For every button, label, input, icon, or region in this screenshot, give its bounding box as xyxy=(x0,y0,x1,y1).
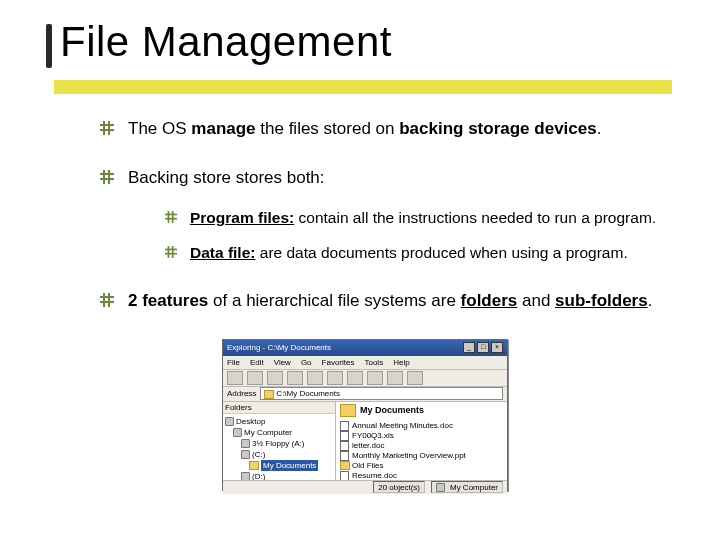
bullet-3-text-c: . xyxy=(648,291,653,310)
window-controls: _ □ × xyxy=(463,342,503,353)
bullet-1-text-a: The OS xyxy=(128,119,191,138)
title-accent xyxy=(46,24,52,68)
bullet-3-text-a: of a hierarchical file systems are xyxy=(208,291,460,310)
tree-node-desktop[interactable]: Desktop xyxy=(225,416,333,427)
tree-label: (D:) xyxy=(252,472,265,480)
bullet-3: 2 features of a hierarchical file system… xyxy=(100,290,670,313)
page-title: File Management xyxy=(60,18,392,66)
address-label: Address xyxy=(227,389,256,398)
sub-bullet-list: Program files: contain all the instructi… xyxy=(164,208,670,264)
drive-icon xyxy=(241,450,250,459)
computer-icon xyxy=(436,483,445,492)
bullet-1: The OS manage the files stored on backin… xyxy=(100,118,670,141)
address-value: C:\My Documents xyxy=(276,389,340,398)
menu-help[interactable]: Help xyxy=(393,358,409,367)
close-button[interactable]: × xyxy=(491,342,503,353)
title-highlight xyxy=(54,80,672,94)
minimize-button[interactable]: _ xyxy=(463,342,475,353)
explorer-titlebar: Exploring - C:\My Documents _ □ × xyxy=(223,340,507,356)
tree-node-mycomputer[interactable]: My Computer xyxy=(225,427,333,438)
bullet-1-kw2: backing storage devices xyxy=(399,119,596,138)
sub-bullet-1: Program files: contain all the instructi… xyxy=(164,208,670,229)
desktop-icon xyxy=(225,417,234,426)
file-name: letter.doc xyxy=(352,441,384,450)
file-row[interactable]: letter.doc xyxy=(340,441,503,451)
sub-1-kw: Program files: xyxy=(190,209,294,226)
document-icon xyxy=(340,471,349,480)
explorer-tree: Folders Desktop My Computer 3½ Floppy (A… xyxy=(223,402,336,480)
folder-icon xyxy=(249,461,259,470)
tree-label: My Documents xyxy=(261,460,318,471)
sub-2-text: are data documents produced when using a… xyxy=(255,244,627,261)
bullet-1-text-b: the files stored on xyxy=(256,119,400,138)
explorer-toolbar xyxy=(223,370,507,387)
status-drive: My Computer xyxy=(431,481,503,493)
file-row[interactable]: Resume.doc xyxy=(340,471,503,480)
tree-label: Desktop xyxy=(236,417,265,426)
tree-node-mydocs[interactable]: My Documents xyxy=(225,460,333,471)
drive-icon xyxy=(241,439,250,448)
toolbar-paste-button[interactable] xyxy=(327,371,343,385)
menu-tools[interactable]: Tools xyxy=(364,358,383,367)
toolbar-up-button[interactable] xyxy=(267,371,283,385)
menu-edit[interactable]: Edit xyxy=(250,358,264,367)
tree-node-floppy[interactable]: 3½ Floppy (A:) xyxy=(225,438,333,449)
folder-icon xyxy=(264,390,274,399)
bullet-2-text: Backing store stores both: xyxy=(128,168,325,187)
toolbar-undo-button[interactable] xyxy=(347,371,363,385)
explorer-statusbar: 20 object(s) My Computer xyxy=(223,480,507,494)
explorer-addressbar: Address C:\My Documents xyxy=(223,387,507,402)
toolbar-forward-button[interactable] xyxy=(247,371,263,385)
file-row[interactable]: Monthly Marketing Overview.ppt xyxy=(340,451,503,461)
file-row[interactable]: FY00Q3.xls xyxy=(340,431,503,441)
document-icon xyxy=(340,431,349,441)
toolbar-back-button[interactable] xyxy=(227,371,243,385)
toolbar-copy-button[interactable] xyxy=(307,371,323,385)
tree-header: Folders xyxy=(223,402,335,414)
sub-1-text: contain all the instructions needed to r… xyxy=(294,209,656,226)
document-icon xyxy=(340,451,349,461)
folder-icon xyxy=(340,404,356,417)
status-objects: 20 object(s) xyxy=(373,481,425,493)
file-row[interactable]: Annual Meeting Minutes.doc xyxy=(340,421,503,431)
menu-favorites[interactable]: Favorites xyxy=(322,358,355,367)
hash-bullet-icon xyxy=(100,121,114,135)
folder-icon xyxy=(340,461,350,470)
toolbar-delete-button[interactable] xyxy=(367,371,383,385)
address-input[interactable]: C:\My Documents xyxy=(260,387,503,400)
status-drive-text: My Computer xyxy=(450,483,498,492)
bullet-3-text-b: and xyxy=(517,291,555,310)
file-name: FY00Q3.xls xyxy=(352,431,394,440)
toolbar-cut-button[interactable] xyxy=(287,371,303,385)
list-header: My Documents xyxy=(340,404,503,417)
tree-label: 3½ Floppy (A:) xyxy=(252,439,304,448)
file-row[interactable]: Old Files xyxy=(340,461,503,471)
explorer-title-text: Exploring - C:\My Documents xyxy=(227,343,331,352)
toolbar-views-button[interactable] xyxy=(407,371,423,385)
bullet-1-kw1: manage xyxy=(191,119,255,138)
list-header-text: My Documents xyxy=(360,405,424,415)
maximize-button[interactable]: □ xyxy=(477,342,489,353)
sub-2-kw: Data file: xyxy=(190,244,255,261)
tree-node-c[interactable]: (C:) xyxy=(225,449,333,460)
menu-file[interactable]: File xyxy=(227,358,240,367)
menu-view[interactable]: View xyxy=(274,358,291,367)
tree-label: My Computer xyxy=(244,428,292,437)
bullet-3-kw1: folders xyxy=(461,291,518,310)
toolbar-props-button[interactable] xyxy=(387,371,403,385)
explorer-window: Exploring - C:\My Documents _ □ × File E… xyxy=(222,339,508,491)
bullet-3-kw2: sub-folders xyxy=(555,291,648,310)
explorer-filelist: My Documents Annual Meeting Minutes.doc … xyxy=(336,402,507,480)
tree-node-d[interactable]: (D:) xyxy=(225,471,333,480)
status-objects-text: 20 object(s) xyxy=(378,483,420,492)
hash-bullet-icon xyxy=(165,211,177,223)
hash-bullet-icon xyxy=(100,170,114,184)
file-name: Annual Meeting Minutes.doc xyxy=(352,421,453,430)
bullet-list: The OS manage the files stored on backin… xyxy=(100,118,670,313)
file-name: Monthly Marketing Overview.ppt xyxy=(352,451,466,460)
bullet-1-text-c: . xyxy=(597,119,602,138)
menu-go[interactable]: Go xyxy=(301,358,312,367)
bullet-2: Backing store stores both: Program files… xyxy=(100,167,670,264)
tree-label: (C:) xyxy=(252,450,265,459)
hash-bullet-icon xyxy=(165,246,177,258)
